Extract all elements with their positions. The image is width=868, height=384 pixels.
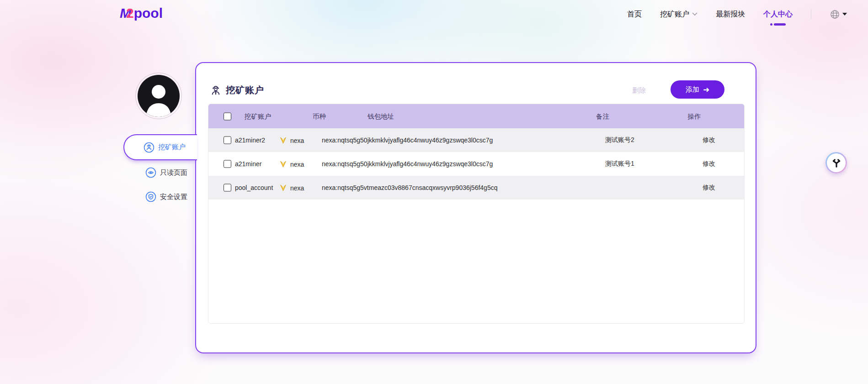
chevron-down-icon bbox=[692, 12, 698, 16]
avatar-image bbox=[138, 75, 180, 117]
avatar[interactable] bbox=[135, 73, 182, 119]
nav-home[interactable]: 首页 bbox=[627, 10, 642, 19]
wallet-address: nexa:nqtsq5g50jkkmklvjyaflg46c4nwuy46z9g… bbox=[322, 160, 493, 168]
mining-accounts-panel: 挖矿账户 删除 添加 ➜ 挖矿账户 币种 钱包地址 备注 操作 a21miner… bbox=[195, 62, 756, 353]
main-nav: 首页 挖矿账户 最新报块 个人中心 bbox=[627, 0, 847, 28]
person-icon bbox=[138, 75, 180, 117]
header-wallet: 钱包地址 bbox=[367, 112, 394, 121]
arrow-right-icon: ➜ bbox=[703, 85, 709, 95]
page: M2pool 首页 挖矿账户 最新报块 个人中心 bbox=[0, 0, 868, 384]
caret-down-icon bbox=[842, 13, 847, 16]
header-currency: 币种 bbox=[313, 112, 326, 121]
currency-name: nexa bbox=[290, 160, 304, 168]
nav-divider bbox=[811, 9, 811, 19]
sidebar-item-security-settings[interactable]: 安全设置 bbox=[145, 191, 187, 203]
nav-latest-blocks[interactable]: 最新报块 bbox=[716, 10, 745, 19]
panel-title: 挖矿账户 bbox=[210, 84, 264, 96]
currency-cell: nexa bbox=[279, 137, 304, 144]
nexa-coin-icon bbox=[279, 184, 287, 192]
nav-mining-accounts[interactable]: 挖矿账户 bbox=[660, 10, 698, 19]
account-name: a21miner2 bbox=[235, 137, 265, 144]
modify-link[interactable]: 修改 bbox=[703, 136, 715, 144]
tri-spoke-logo-icon bbox=[827, 153, 846, 172]
row-checkbox[interactable] bbox=[224, 184, 231, 192]
globe-icon bbox=[830, 9, 840, 20]
currency-name: nexa bbox=[290, 184, 304, 191]
account-name: pool_account bbox=[235, 184, 273, 191]
modify-link[interactable]: 修改 bbox=[703, 160, 715, 168]
wallet-address: nexa:nqtsq5g50jkkmklvjyaflg46c4nwuy46z9g… bbox=[322, 137, 493, 144]
nav-personal-center[interactable]: 个人中心 bbox=[763, 10, 793, 19]
floating-support-widget[interactable] bbox=[825, 152, 847, 174]
table-header-row: 挖矿账户 币种 钱包地址 备注 操作 bbox=[208, 104, 744, 128]
nav-home-label: 首页 bbox=[627, 10, 642, 19]
table-row: a21miner2 nexa nexa:nqtsq5g50jkkmklvjyaf… bbox=[208, 128, 744, 152]
panel-title-label: 挖矿账户 bbox=[226, 84, 264, 96]
brand-logo-pool: pool bbox=[134, 5, 163, 21]
header-action: 操作 bbox=[687, 112, 701, 121]
sidebar-item-readonly-page-label: 只读页面 bbox=[160, 168, 187, 177]
sidebar-item-readonly-page[interactable]: 只读页面 bbox=[145, 167, 187, 179]
select-all-checkbox[interactable] bbox=[224, 112, 231, 120]
top-navbar: M2pool 首页 挖矿账户 最新报块 个人中心 bbox=[0, 0, 868, 28]
language-switcher[interactable] bbox=[830, 9, 847, 20]
row-checkbox[interactable] bbox=[224, 160, 231, 168]
table-row: a21miner nexa nexa:nqtsq5g50jkkmklvjyafl… bbox=[208, 152, 744, 176]
header-remark: 备注 bbox=[596, 112, 609, 121]
currency-cell: nexa bbox=[279, 160, 304, 168]
eye-circle-icon bbox=[145, 167, 156, 178]
row-checkbox[interactable] bbox=[224, 137, 231, 144]
wallet-address: nexa:nqtsq5g5vtmeazc03v8867cnsacqxwsyvrp… bbox=[322, 184, 497, 191]
add-button[interactable]: 添加 ➜ bbox=[671, 80, 724, 99]
sidebar-item-mining-accounts[interactable]: 挖矿账户 bbox=[123, 134, 197, 160]
nexa-coin-icon bbox=[279, 137, 287, 144]
miner-icon bbox=[210, 84, 222, 96]
add-button-label: 添加 bbox=[686, 85, 699, 94]
brand-logo-2: 2 bbox=[126, 5, 133, 21]
sidebar-item-mining-accounts-label: 挖矿账户 bbox=[158, 143, 186, 152]
accounts-table: 挖矿账户 币种 钱包地址 备注 操作 a21miner2 nexa bbox=[208, 104, 745, 324]
brand-logo[interactable]: M2pool bbox=[120, 5, 163, 21]
modify-link[interactable]: 修改 bbox=[703, 184, 715, 192]
sidebar-item-security-settings-label: 安全设置 bbox=[160, 193, 187, 201]
table-row: pool_account nexa nexa:nqtsq5g5vtmeazc03… bbox=[208, 176, 744, 200]
panel-header: 挖矿账户 删除 添加 ➜ bbox=[210, 80, 744, 100]
remark: 测试账号1 bbox=[605, 160, 634, 168]
header-account: 挖矿账户 bbox=[245, 112, 271, 121]
currency-name: nexa bbox=[290, 137, 304, 144]
miner-circle-icon bbox=[144, 142, 154, 153]
nav-mining-accounts-label: 挖矿账户 bbox=[660, 10, 689, 19]
delete-button[interactable]: 删除 bbox=[632, 86, 646, 95]
currency-cell: nexa bbox=[279, 184, 304, 192]
nav-personal-center-label: 个人中心 bbox=[763, 10, 793, 19]
nav-active-indicator bbox=[770, 23, 786, 26]
account-name: a21miner bbox=[235, 160, 261, 168]
nav-latest-blocks-label: 最新报块 bbox=[716, 10, 745, 19]
nexa-coin-icon bbox=[279, 160, 287, 168]
remark: 测试账号2 bbox=[605, 136, 634, 144]
shield-check-circle-icon bbox=[145, 191, 156, 202]
